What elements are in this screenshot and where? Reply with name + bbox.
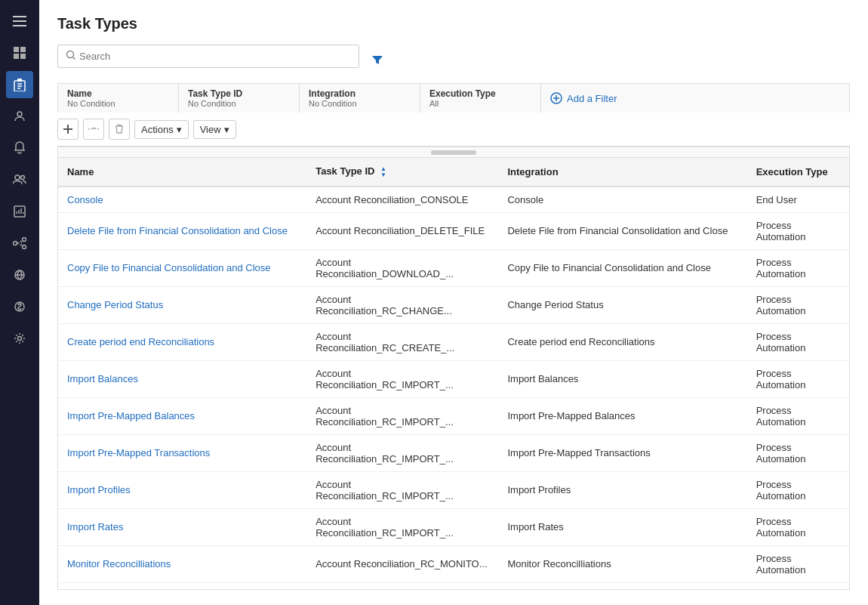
table-row: Import Pre-Mapped BalancesAccount Reconc…: [58, 397, 849, 434]
cell-integration: Import Rates: [498, 508, 746, 545]
cell-task-type-id: Account Reconciliation_RC_IMPORT_...: [306, 397, 498, 434]
cell-task-type-id: Account Reconciliation_RC_CREATE_...: [306, 323, 498, 360]
sidebar-item-dashboard[interactable]: [6, 39, 33, 66]
view-dropdown[interactable]: View ▾: [193, 120, 236, 139]
actions-dropdown[interactable]: Actions ▾: [134, 120, 189, 139]
sidebar-item-network[interactable]: [6, 261, 33, 289]
table-row: Import Pre-Mapped TransactionsAccount Re…: [58, 434, 849, 471]
svg-point-13: [14, 242, 17, 245]
table-row: ConsoleAccount Reconciliation_CONSOLECon…: [58, 187, 849, 213]
cell-integration: Import Pre-Mapped Balances: [498, 397, 746, 434]
toolbar: Actions ▾ View ▾: [57, 113, 850, 147]
col-header-execution: Execution Type: [747, 158, 849, 187]
cell-execution-type: Process Automation: [747, 397, 849, 434]
filter-condition-tasktype: No Condition: [188, 99, 290, 108]
sort-icons[interactable]: ▲ ▼: [380, 166, 386, 178]
filter-label-integration: Integration: [309, 88, 411, 99]
cell-integration: Reports: [498, 582, 746, 590]
actions-chevron-icon: ▾: [177, 124, 182, 135]
cell-task-type-id: Account Reconciliation_RC_CHANGE...: [306, 286, 498, 323]
view-label: View: [200, 124, 221, 135]
svg-rect-3: [14, 47, 19, 52]
table-row: Create period end ReconciliationsAccount…: [58, 323, 849, 360]
cell-task-type-id: Account Reconciliation_REPORTS: [306, 582, 498, 590]
filter-cell-integration: Integration No Condition: [300, 84, 420, 113]
sidebar-item-reports[interactable]: [6, 198, 33, 225]
cell-execution-type: Process Automation: [747, 545, 849, 582]
sidebar-item-currency[interactable]: [6, 293, 33, 320]
table-row: Import BalancesAccount Reconciliation_RC…: [58, 360, 849, 397]
cell-name[interactable]: Monitor Reconcilliations: [58, 545, 306, 582]
svg-point-19: [67, 51, 74, 58]
cell-name[interactable]: Reports: [58, 582, 306, 590]
cell-execution-type: End User: [747, 187, 849, 213]
cell-integration: Import Profiles: [498, 471, 746, 508]
cell-name[interactable]: Change Period Status: [58, 286, 306, 323]
search-icon: [66, 50, 76, 63]
filter-label-tasktype: Task Type ID: [188, 88, 290, 99]
table-row: Copy File to Financial Consolidation and…: [58, 249, 849, 286]
cell-name[interactable]: Import Pre-Mapped Transactions: [58, 434, 306, 471]
cell-name[interactable]: Import Rates: [58, 508, 306, 545]
svg-rect-12: [14, 206, 25, 217]
svg-point-10: [15, 175, 20, 180]
cell-execution-type: Process Automation: [747, 434, 849, 471]
cell-task-type-id: Account Reconciliation_RC_IMPORT_...: [306, 508, 498, 545]
sidebar-item-settings[interactable]: [6, 325, 33, 352]
add-button[interactable]: [57, 119, 78, 140]
scrollbar-handle[interactable]: [431, 150, 476, 155]
cell-task-type-id: Account Reconciliation_RC_IMPORT_...: [306, 471, 498, 508]
svg-rect-6: [20, 54, 26, 59]
cell-task-type-id: Account Reconciliation_RC_MONITO...: [306, 545, 498, 582]
svg-point-11: [21, 176, 25, 180]
sidebar: [0, 0, 39, 605]
svg-point-15: [23, 245, 26, 249]
sidebar-item-users[interactable]: [6, 166, 33, 193]
cell-name[interactable]: Import Balances: [58, 360, 306, 397]
add-filter-label: Add a Filter: [567, 93, 617, 104]
svg-rect-0: [13, 16, 26, 17]
sidebar-item-integrations[interactable]: [6, 230, 33, 257]
cell-name[interactable]: Copy File to Financial Consolidation and…: [58, 249, 306, 286]
svg-rect-2: [13, 25, 26, 26]
filter-row: Name No Condition Task Type ID No Condit…: [57, 83, 850, 113]
cell-execution-type: Process Automation: [747, 323, 849, 360]
delete-button[interactable]: [109, 119, 130, 140]
table-header-row: Name Task Type ID ▲ ▼ Integration: [58, 158, 849, 187]
add-filter-button[interactable]: Add a Filter: [541, 84, 626, 113]
scroll-top-indicator: [58, 147, 849, 158]
svg-rect-5: [14, 54, 19, 59]
table-row: Monitor ReconcilliationsAccount Reconcil…: [58, 545, 849, 582]
page-content: Task Types Name No Condition Task Type I…: [39, 0, 868, 605]
sidebar-item-notifications[interactable]: [6, 134, 33, 162]
sidebar-item-profile[interactable]: [6, 103, 33, 130]
main-content: Task Types Name No Condition Task Type I…: [39, 0, 868, 605]
cell-integration: Console: [498, 187, 746, 213]
cell-execution-type: Process Automation: [747, 471, 849, 508]
col-header-name: Name: [58, 158, 306, 187]
cell-integration: Import Pre-Mapped Transactions: [498, 434, 746, 471]
cell-integration: Import Balances: [498, 360, 746, 397]
filter-icon[interactable]: [371, 54, 383, 69]
cell-task-type-id: Account Reconciliation_DOWNLOAD_...: [306, 249, 498, 286]
cell-execution-type: Process Automation: [747, 286, 849, 323]
cell-integration: Create period end Reconciliations: [498, 323, 746, 360]
sidebar-item-tasks[interactable]: [6, 71, 33, 98]
sidebar-item-menu[interactable]: [6, 8, 33, 35]
link-button[interactable]: [83, 119, 104, 140]
filter-condition-execution: All: [429, 99, 531, 108]
cell-task-type-id: Account Reconciliation_CONSOLE: [306, 187, 498, 213]
filter-cell-tasktype: Task Type ID No Condition: [179, 84, 300, 113]
cell-name[interactable]: Create period end Reconciliations: [58, 323, 306, 360]
table-row: Import ProfilesAccount Reconciliation_RC…: [58, 471, 849, 508]
cell-name[interactable]: Console: [58, 187, 306, 213]
filter-cell-name: Name No Condition: [58, 84, 179, 113]
table-row: ReportsAccount Reconciliation_REPORTSRep…: [58, 582, 849, 590]
cell-name[interactable]: Import Profiles: [58, 471, 306, 508]
cell-execution-type: Process Automation: [747, 360, 849, 397]
col-header-tasktype[interactable]: Task Type ID ▲ ▼: [306, 158, 498, 187]
cell-name[interactable]: Delete File from Financial Consolidation…: [58, 212, 306, 249]
search-input[interactable]: [79, 51, 351, 62]
cell-name[interactable]: Import Pre-Mapped Balances: [58, 397, 306, 434]
table-row: Import RatesAccount Reconciliation_RC_IM…: [58, 508, 849, 545]
